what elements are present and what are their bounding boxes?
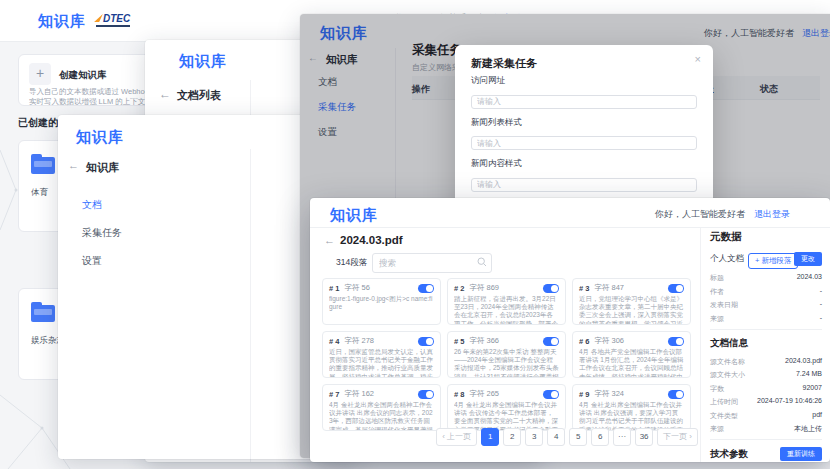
background-app-title: 知识库	[38, 12, 86, 31]
paragraph-count: 314段落	[336, 257, 367, 269]
window-document-detail: 知识库 你好，人工智能爱好者退出登录 ← 2024.03.pdf 314段落 +…	[310, 198, 830, 462]
sidebar-divider	[250, 149, 251, 459]
paragraph-toggle-on[interactable]	[668, 284, 684, 293]
pagination-prev[interactable]: ‹ 上一页	[436, 428, 477, 446]
sidebar-menu-item[interactable]: 采集任务	[58, 219, 250, 247]
paragraph-card[interactable]: # 3 字符 847 近日，党组理论学习中心组《求是》杂志发表重要文章，第二十届…	[572, 278, 691, 325]
metadata-row: 发表日期-	[710, 300, 822, 310]
metadata-row: 标题2024.03	[710, 273, 822, 283]
paragraph-number: # 8	[454, 390, 464, 399]
paragraph-card[interactable]: # 4 字符 278 近日，国家监管总局发文认定，认真贯彻落实习近平总书记关于金…	[322, 331, 441, 378]
sidebar-menu: 文档 采集任务 设置	[58, 191, 250, 275]
window-title: 知识库	[330, 206, 378, 225]
paragraph-text: 4月 金社龙出席全国编辑工作会议并讲话 出席会议强调，要深入学习贯彻习近平总书记…	[579, 401, 684, 431]
create-kb-description: 导入自己的文本数据或通过 Webhook 实时写入数据以增强 LLM 的上下文。	[29, 87, 153, 106]
kb-detail-back-label: 知识库	[86, 160, 119, 175]
paragraph-char-count: 字符 306	[594, 336, 668, 346]
greeting-text: 你好，人工智能爱好者	[655, 209, 745, 219]
pagination-page[interactable]: 36	[635, 428, 653, 446]
paragraph-char-count: 字符 265	[469, 389, 543, 399]
paragraph-toggle-on[interactable]	[543, 337, 559, 346]
paragraph-card[interactable]: # 1 字符 56 figure:1-figure-0.jpg<图片>c nam…	[322, 278, 441, 325]
doc-list-back-label: 文档列表	[177, 88, 221, 103]
form-field: 访问网址	[471, 75, 697, 109]
doc-info-title: 文档信息	[710, 337, 822, 350]
paragraph-number: # 9	[579, 390, 589, 399]
paragraph-text: 4月 金社龙出席全国两会精神工作会议并讲话 出席会议的同志表示，2023年，西部…	[329, 401, 434, 431]
plus-icon: +	[29, 63, 51, 85]
metadata-row: 源文件名称2024.03.pdf	[710, 357, 822, 367]
search-icon	[477, 257, 487, 267]
pagination-page[interactable]: 5	[569, 428, 587, 446]
logo-arrow-icon	[94, 14, 103, 22]
metadata-row: 来源-	[710, 314, 822, 324]
create-kb-card[interactable]: + 创建知识库 导入自己的文本数据或通过 Webhook 实时写入数据以增强 L…	[18, 54, 158, 106]
paragraph-number: # 5	[454, 337, 464, 346]
paragraph-number: # 2	[454, 284, 464, 293]
paragraph-char-count: 字符 278	[344, 336, 418, 346]
pagination-page[interactable]: 1	[481, 428, 499, 446]
sidebar-menu-item[interactable]: 设置	[58, 247, 250, 275]
paragraph-char-count: 字符 162	[344, 389, 418, 399]
back-arrow-icon[interactable]: ←	[324, 234, 335, 246]
back-arrow-icon[interactable]: ←	[159, 87, 171, 101]
paragraph-toggle-on[interactable]	[418, 390, 434, 399]
pagination-page[interactable]: 2	[503, 428, 521, 446]
folder-icon	[31, 157, 55, 174]
back-arrow-icon[interactable]: ←	[68, 159, 79, 171]
pagination-page[interactable]: 3	[525, 428, 543, 446]
form-field: 新闻列表样式	[471, 117, 697, 151]
paragraph-card[interactable]: # 5 字符 366 26 年来的第22次集中采访 整整两天——2024年全国编…	[447, 331, 566, 378]
paragraph-toggle-on[interactable]	[543, 390, 559, 399]
paragraph-char-count: 字符 869	[469, 283, 543, 293]
field-input[interactable]	[471, 136, 697, 150]
window-title: 知识库	[179, 52, 227, 71]
paragraph-char-count: 字符 366	[469, 336, 543, 346]
search-input[interactable]	[372, 253, 492, 273]
sidebar-menu-item[interactable]: 文档	[58, 191, 250, 219]
paragraph-card[interactable]: # 6 字符 306 4月 各地共产党全国编辑工作会议部署讲话 1月份汇总，20…	[572, 331, 691, 378]
pagination-page[interactable]: 4	[547, 428, 565, 446]
paragraph-number: # 6	[579, 337, 589, 346]
paragraph-card[interactable]: # 8 字符 265 4月 金社龙出席全国编辑工作会议并讲话 会议传达今年工作总…	[447, 384, 566, 431]
paragraph-toggle-on[interactable]	[418, 284, 434, 293]
paragraph-toggle-on[interactable]	[418, 337, 434, 346]
close-icon[interactable]: ×	[695, 53, 701, 65]
pagination-page[interactable]: 6	[591, 428, 609, 446]
paragraph-text: 近日，国家监管总局发文认定，认真贯彻落实习近平总书记关于金融工作的重要指示精神，…	[329, 348, 434, 378]
paragraph-card[interactable]: # 2 字符 869 踏上新征程，奋进再出发。3月22日至23日，2024年全国…	[447, 278, 566, 325]
pagination-page[interactable]: ···	[613, 428, 631, 446]
kb-card-name: 体育	[31, 187, 48, 199]
paragraph-char-count: 字符 56	[344, 283, 418, 293]
paragraph-number: # 1	[329, 284, 339, 293]
pagination-next[interactable]: 下一页 ›	[657, 428, 698, 446]
field-input[interactable]	[471, 95, 697, 109]
paragraph-text: 4月 各地共产党全国编辑工作会议部署讲话 1月份汇总，2024年全年编辑工作会议…	[579, 348, 684, 378]
form-field: 新闻内容样式	[471, 158, 697, 192]
paragraph-toggle-on[interactable]	[668, 390, 684, 399]
metadata-title: 元数据	[710, 230, 822, 244]
paragraph-number: # 4	[329, 337, 339, 346]
paragraph-text: 近日，党组理论学习中心组《求是》杂志发表重要文章，第二十届中央纪委三次全会上强调…	[579, 295, 684, 325]
metadata-row: 字数92007	[710, 384, 822, 394]
paragraph-card[interactable]: # 7 字符 162 4月 金社龙出席全国两会精神工作会议并讲话 出席会议的同志…	[322, 384, 441, 431]
paragraph-toggle-on[interactable]	[668, 337, 684, 346]
create-kb-label: 创建知识库	[59, 69, 107, 82]
metadata-row: 作者-	[710, 287, 822, 297]
field-input[interactable]	[471, 178, 697, 192]
field-label: 新闻列表样式	[471, 117, 697, 129]
paragraph-card[interactable]: # 9 字符 324 4月 金社龙出席全国编辑工作会议并讲话 出席会议强调，要深…	[572, 384, 691, 431]
logout-link[interactable]: 退出登录	[754, 209, 790, 219]
field-label: 新闻内容样式	[471, 158, 697, 170]
metadata-row: 文件类型pdf	[710, 411, 822, 421]
change-button[interactable]: 更改	[794, 252, 822, 266]
retrain-button[interactable]: 重新训练	[780, 447, 822, 461]
metadata-row: 上传时间2024-07-19 10:46:26	[710, 397, 822, 407]
window-title: 知识库	[76, 128, 124, 147]
paragraph-toggle-on[interactable]	[543, 284, 559, 293]
paragraph-text: 踏上新征程，奋进再出发。3月22日至23日，2024年全国两会精神传达会在北京召…	[454, 295, 559, 325]
document-title: 2024.03.pdf	[340, 234, 403, 246]
user-area: 你好，人工智能爱好者退出登录	[655, 208, 790, 221]
paragraph-card-grid: # 1 字符 56 figure:1-figure-0.jpg<图片>c nam…	[322, 278, 691, 431]
paragraph-text: figure:1-figure-0.jpg<图片>c name:figure	[329, 295, 434, 311]
